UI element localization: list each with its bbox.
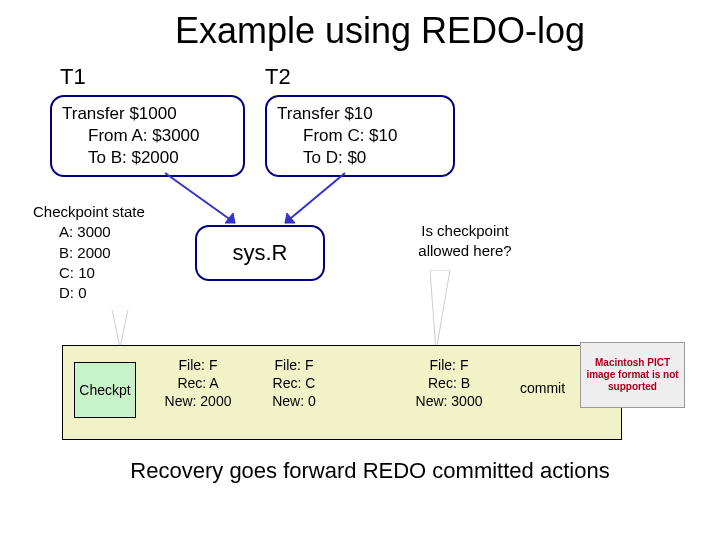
t2-line2: From C: $10 — [277, 125, 443, 147]
t1-line1: Transfer $1000 — [62, 104, 177, 123]
log-entry-a: File: F Rec: A New: 2000 — [155, 356, 241, 411]
pict-placeholder: Macintosh PICT image format is not suppo… — [580, 342, 685, 408]
logB-file: File: F — [430, 357, 469, 373]
svg-line-0 — [165, 173, 235, 223]
checkpoint-d: D: 0 — [33, 283, 161, 303]
logB-new: New: 3000 — [416, 393, 483, 409]
checkpoint-a: A: 3000 — [33, 222, 161, 242]
logB-rec: Rec: B — [428, 375, 470, 391]
svg-marker-3 — [285, 213, 295, 223]
t1-line2: From A: $3000 — [62, 125, 233, 147]
question-line2: allowed here? — [418, 242, 511, 259]
t1-line3: To B: $2000 — [62, 147, 233, 169]
logC-new: New: 0 — [272, 393, 316, 409]
footer-text: Recovery goes forward REDO committed act… — [40, 458, 700, 484]
logA-new: New: 2000 — [165, 393, 232, 409]
log-entry-c: File: F Rec: C New: 0 — [258, 356, 330, 411]
log-checkpoint-box: Checkpt — [74, 362, 136, 418]
t1-label: T1 — [60, 64, 86, 90]
svg-marker-5 — [430, 270, 450, 352]
checkpoint-b: B: 2000 — [33, 243, 161, 263]
logA-file: File: F — [179, 357, 218, 373]
t2-line1: Transfer $10 — [277, 104, 373, 123]
t2-line3: To D: $0 — [277, 147, 443, 169]
svg-line-2 — [285, 173, 345, 223]
t2-label: T2 — [265, 64, 291, 90]
checkpoint-header: Checkpoint state — [33, 203, 145, 220]
slide-title: Example using REDO-log — [40, 10, 720, 52]
logC-rec: Rec: C — [273, 375, 316, 391]
logA-rec: Rec: A — [177, 375, 218, 391]
sysr-box: sys.R — [195, 225, 325, 281]
log-entry-b: File: F Rec: B New: 3000 — [406, 356, 492, 411]
log-commit: commit — [520, 379, 565, 397]
logC-file: File: F — [275, 357, 314, 373]
t1-transaction-box: Transfer $1000 From A: $3000 To B: $2000 — [50, 95, 245, 177]
t2-transaction-box: Transfer $10 From C: $10 To D: $0 — [265, 95, 455, 177]
question-line1: Is checkpoint — [421, 222, 509, 239]
checkpoint-state-callout: Checkpoint state A: 3000 B: 2000 C: 10 D… — [22, 195, 172, 310]
checkpoint-c: C: 10 — [33, 263, 161, 283]
question-callout: Is checkpoint allowed here? — [395, 215, 535, 268]
